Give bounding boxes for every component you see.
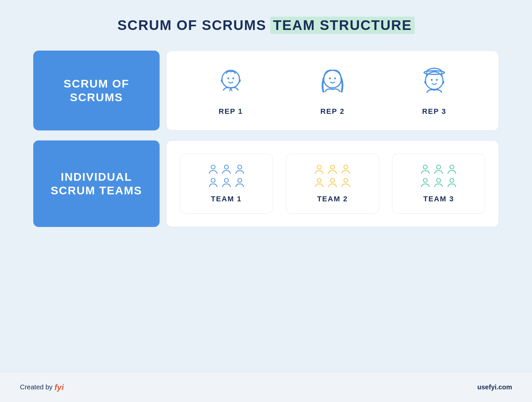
footer-left: Created by fyi [20, 383, 64, 392]
svg-point-1 [227, 78, 229, 80]
team3-label: TEAM 3 [423, 195, 454, 203]
scrum-of-scrums-label: SCRUM OFSCRUMS [33, 51, 160, 130]
svg-point-21 [344, 165, 348, 169]
svg-point-18 [238, 178, 242, 182]
team1-icons [208, 164, 245, 188]
svg-point-11 [431, 79, 433, 81]
svg-point-30 [450, 178, 454, 182]
svg-point-23 [331, 178, 334, 182]
rep3-avatar [416, 65, 453, 102]
footer-brand: fyi [55, 383, 64, 392]
team1-person4 [208, 177, 218, 188]
rep1-card: REP 1 [212, 65, 249, 116]
team3-person3 [447, 164, 457, 175]
svg-point-17 [224, 178, 228, 182]
footer-url: usefyi.com [477, 383, 512, 391]
individual-scrum-teams-row: INDIVIDUALSCRUM TEAMS [33, 140, 499, 227]
team1-person3 [234, 164, 245, 175]
svg-point-5 [334, 78, 336, 80]
rep2-card: REP 2 [314, 65, 351, 116]
team3-person1 [420, 164, 431, 175]
rows-container: SCRUM OFSCRUMS [33, 51, 499, 227]
team1-label: TEAM 1 [211, 195, 242, 203]
team3-icons [420, 164, 457, 188]
team1-card: TEAM 1 [180, 154, 273, 214]
svg-point-28 [423, 178, 427, 182]
svg-point-13 [211, 165, 215, 169]
footer-created-by: Created by [20, 383, 53, 391]
team2-label: TEAM 2 [317, 195, 348, 203]
team2-person4 [314, 177, 325, 188]
team1-person5 [221, 177, 232, 188]
rep3-label: REP 3 [422, 107, 446, 116]
rep1-label: REP 1 [218, 107, 243, 116]
svg-point-24 [344, 178, 348, 182]
svg-point-2 [232, 78, 234, 80]
team3-person6 [447, 177, 457, 188]
team2-person5 [327, 177, 338, 188]
main-content: SCRUM OF SCRUMS TEAM STRUCTURE SCRUM OFS… [0, 0, 532, 372]
footer: Created by fyi usefyi.com [0, 372, 532, 402]
reps-container: REP 1 [166, 51, 499, 130]
title-plain: SCRUM OF SCRUMS [117, 17, 266, 33]
team3-person4 [420, 177, 431, 188]
rep3-card: REP 3 [416, 65, 453, 116]
team2-person2 [327, 164, 338, 175]
rep2-label: REP 2 [320, 107, 344, 116]
title-container: SCRUM OF SCRUMS TEAM STRUCTURE [117, 17, 414, 34]
team2-card: TEAM 2 [286, 154, 379, 214]
individual-scrum-teams-label: INDIVIDUALSCRUM TEAMS [33, 140, 160, 227]
svg-point-16 [211, 178, 215, 182]
teams-container: TEAM 1 [166, 140, 499, 227]
team2-icons [314, 164, 351, 188]
rep2-avatar [314, 65, 351, 102]
svg-point-4 [329, 78, 331, 80]
svg-point-12 [436, 79, 438, 81]
team1-person1 [208, 164, 218, 175]
svg-point-0 [222, 70, 240, 88]
svg-point-14 [224, 165, 228, 169]
svg-point-15 [238, 165, 242, 169]
title-highlight: TEAM STRUCTURE [270, 17, 415, 34]
svg-point-27 [450, 165, 454, 169]
team3-person2 [433, 164, 444, 175]
team1-person2 [221, 164, 232, 175]
svg-point-29 [437, 178, 441, 182]
svg-point-26 [437, 165, 441, 169]
svg-point-3 [324, 70, 341, 88]
svg-point-20 [331, 165, 334, 169]
team2-person1 [314, 164, 325, 175]
team2-person3 [340, 164, 351, 175]
rep1-avatar [212, 65, 249, 102]
team1-person6 [234, 177, 245, 188]
svg-point-25 [423, 165, 427, 169]
svg-point-19 [317, 165, 321, 169]
scrum-of-scrums-row: SCRUM OFSCRUMS [33, 51, 499, 130]
svg-point-22 [317, 178, 321, 182]
team3-person5 [433, 177, 444, 188]
team3-card: TEAM 3 [392, 154, 485, 214]
team2-person6 [340, 177, 351, 188]
